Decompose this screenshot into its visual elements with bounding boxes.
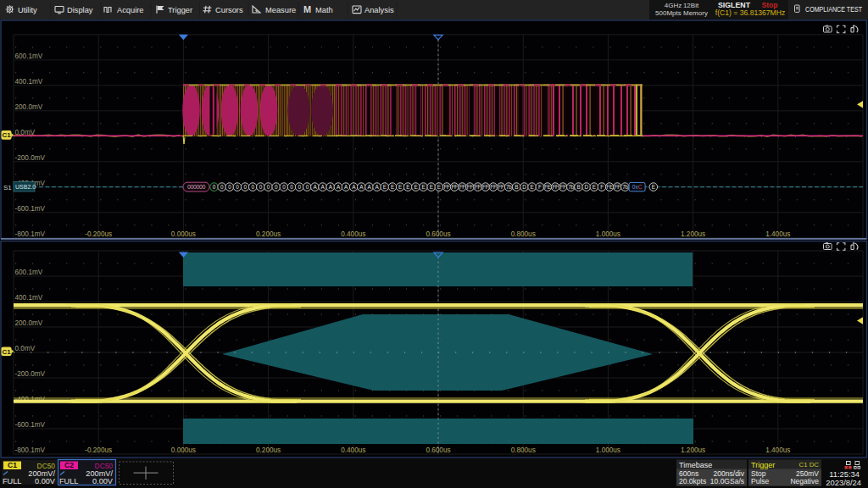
svg-text:600.1mV: 600.1mV [15,269,43,276]
svg-text:1.400us: 1.400us [765,446,790,454]
svg-text:0.800us: 0.800us [511,230,536,238]
svg-text:Negative: Negative [790,477,819,485]
svg-text:FF: FF [615,184,621,190]
svg-text:-0.200us: -0.200us [85,230,112,238]
svg-text:200.0mV: 200.0mV [15,319,43,327]
svg-text:10.0GSa/s: 10.0GSa/s [710,477,744,485]
svg-text:0.0mV: 0.0mV [15,345,36,352]
svg-text:0.400us: 0.400us [341,446,365,454]
svg-text:0.000us: 0.000us [171,446,196,454]
svg-text:600.1mV: 600.1mV [15,53,43,60]
svg-text:B: B [577,184,581,190]
svg-text:C1: C1 [8,461,17,469]
svg-text:0.00V: 0.00V [35,477,56,485]
svg-text:-200.0mV: -200.0mV [15,154,46,162]
svg-text:FF: FF [552,184,559,190]
svg-text:FE: FE [606,184,613,190]
svg-text:0.600us: 0.600us [426,230,450,238]
svg-text:D: D [585,184,589,190]
svg-text:D: D [522,184,526,190]
svg-text:FF: FF [443,184,450,190]
svg-text:E: E [437,184,441,190]
svg-text:7b: 7b [622,184,628,190]
svg-text:FF: FF [560,184,567,190]
svg-text:0.200us: 0.200us [256,230,281,238]
svg-text:20.0kpts: 20.0kpts [679,477,706,485]
svg-text:7b: 7b [568,184,574,190]
svg-text:FF: FF [482,184,489,190]
svg-text:FF: FF [490,184,497,190]
svg-text:F: F [538,184,542,190]
svg-text:400.1mV: 400.1mV [15,78,43,86]
svg-text:C1: C1 [3,131,12,139]
svg-text:USB2.0: USB2.0 [15,184,36,190]
svg-text:0.200us: 0.200us [256,446,281,454]
svg-text:S1: S1 [3,184,12,191]
svg-text:FF: FF [459,184,466,190]
svg-text:-0.200us: -0.200us [85,446,112,454]
svg-text:E: E [531,184,534,190]
svg-text:E: E [593,184,596,190]
svg-text:-600.1mV: -600.1mV [15,205,46,213]
svg-text:200.0mV: 200.0mV [15,103,43,111]
svg-text:FULL: FULL [59,477,78,485]
svg-text:Pulse: Pulse [751,477,770,485]
svg-text:FF: FF [467,184,474,190]
svg-text:0.000us: 0.000us [171,230,196,238]
svg-text:1.200us: 1.200us [681,230,705,238]
svg-text:000000: 000000 [187,184,205,190]
svg-text:7b: 7b [506,184,512,190]
svg-text:FF: FF [475,184,481,190]
svg-text:0xC: 0xC [632,184,643,190]
svg-text:Trigger: Trigger [751,461,775,469]
svg-text:F: F [600,184,604,190]
svg-text:Timebase: Timebase [679,461,712,469]
svg-text:1.000us: 1.000us [596,446,620,454]
svg-text:1.000us: 1.000us [596,230,620,238]
svg-text:DC50: DC50 [37,462,56,470]
svg-text:B: B [515,184,518,190]
svg-text:FULL: FULL [3,477,21,485]
svg-text:1.200us: 1.200us [681,446,705,454]
svg-text:FE: FE [544,184,551,190]
svg-text:FF: FF [451,184,458,190]
svg-text:-600.1mV: -600.1mV [15,421,46,429]
svg-text:FF: FF [498,184,504,190]
svg-text:E: E [398,184,402,190]
svg-text:-800.1mV: -800.1mV [15,446,46,454]
svg-text:E: E [652,184,655,190]
svg-text:0.400us: 0.400us [341,230,365,238]
svg-text:-800.1mV: -800.1mV [15,230,46,238]
svg-text:C1 DC: C1 DC [799,461,820,469]
svg-text:DC50: DC50 [95,462,114,470]
svg-text:E: E [414,184,417,190]
svg-text:E: E [406,184,409,190]
svg-text:0.00V: 0.00V [92,477,114,485]
svg-text:C1: C1 [3,348,12,356]
svg-text:C2: C2 [64,461,74,469]
svg-text:E: E [430,184,433,190]
svg-text:E: E [422,184,426,190]
svg-text:0.800us: 0.800us [511,446,536,454]
svg-text:400.1mV: 400.1mV [15,294,43,302]
svg-text:1.400us: 1.400us [765,230,790,238]
svg-text:E: E [383,184,387,190]
svg-text:0.600us: 0.600us [426,446,450,454]
svg-text:-200.0mV: -200.0mV [15,370,46,378]
svg-text:2023/8/24: 2023/8/24 [826,478,861,487]
svg-text:E: E [391,184,394,190]
